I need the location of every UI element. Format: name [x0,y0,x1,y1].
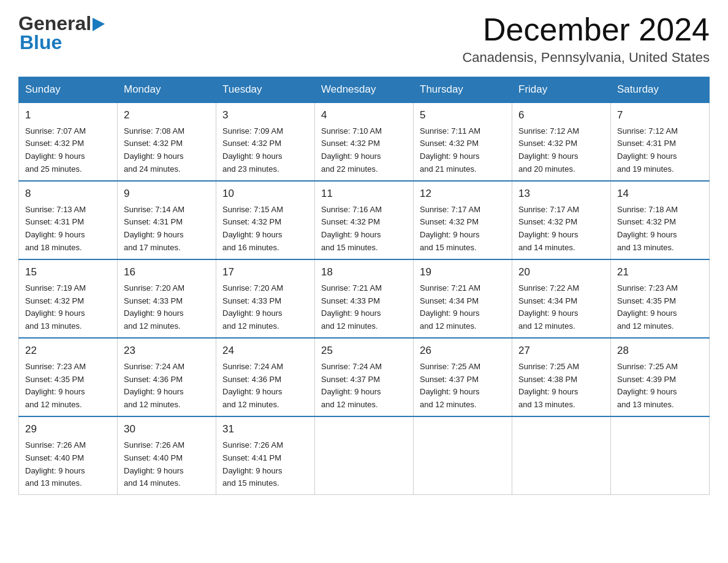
weekday-header-monday: Monday [118,77,216,103]
calendar-day-cell: 28 Sunrise: 7:25 AMSunset: 4:39 PMDaylig… [611,338,710,416]
day-info: Sunrise: 7:23 AMSunset: 4:35 PMDaylight:… [25,362,86,410]
day-info: Sunrise: 7:17 AMSunset: 4:32 PMDaylight:… [420,205,480,253]
day-number: 29 [25,421,111,437]
day-number: 10 [222,186,308,202]
calendar-day-cell: 24 Sunrise: 7:24 AMSunset: 4:36 PMDaylig… [216,338,315,416]
day-info: Sunrise: 7:15 AMSunset: 4:32 PMDaylight:… [222,205,283,253]
day-number: 20 [518,264,604,280]
day-info: Sunrise: 7:16 AMSunset: 4:32 PMDaylight:… [321,205,382,253]
day-number: 26 [420,343,506,359]
logo-triangle-icon [93,18,105,31]
day-info: Sunrise: 7:25 AMSunset: 4:39 PMDaylight:… [617,362,678,410]
calendar-day-cell: 29 Sunrise: 7:26 AMSunset: 4:40 PMDaylig… [19,416,118,495]
calendar-day-cell: 17 Sunrise: 7:20 AMSunset: 4:33 PMDaylig… [216,259,315,338]
day-number: 22 [25,343,111,359]
calendar-day-cell [414,416,512,495]
calendar-day-cell: 23 Sunrise: 7:24 AMSunset: 4:36 PMDaylig… [118,338,216,416]
location-title: Canadensis, Pennsylvania, United States [462,50,710,66]
calendar-day-cell: 16 Sunrise: 7:20 AMSunset: 4:33 PMDaylig… [118,259,216,338]
calendar-day-cell: 6 Sunrise: 7:12 AMSunset: 4:32 PMDayligh… [512,102,611,181]
day-info: Sunrise: 7:09 AMSunset: 4:32 PMDaylight:… [222,126,283,174]
calendar-day-cell [512,416,611,495]
day-number: 25 [321,343,407,359]
day-info: Sunrise: 7:19 AMSunset: 4:32 PMDaylight:… [25,283,86,331]
day-info: Sunrise: 7:22 AMSunset: 4:34 PMDaylight:… [518,283,579,331]
day-info: Sunrise: 7:10 AMSunset: 4:32 PMDaylight:… [321,126,382,174]
day-info: Sunrise: 7:08 AMSunset: 4:32 PMDaylight:… [124,126,184,174]
day-number: 4 [321,107,407,123]
calendar-day-cell: 3 Sunrise: 7:09 AMSunset: 4:32 PMDayligh… [216,102,315,181]
day-info: Sunrise: 7:23 AMSunset: 4:35 PMDaylight:… [617,283,678,331]
calendar-day-cell: 27 Sunrise: 7:25 AMSunset: 4:38 PMDaylig… [512,338,611,416]
day-info: Sunrise: 7:13 AMSunset: 4:31 PMDaylight:… [25,205,86,253]
calendar-table: SundayMondayTuesdayWednesdayThursdayFrid… [18,77,710,495]
weekday-header-tuesday: Tuesday [216,77,315,103]
title-area: December 2024 Canadensis, Pennsylvania, … [462,12,710,66]
calendar-day-cell: 10 Sunrise: 7:15 AMSunset: 4:32 PMDaylig… [216,181,315,259]
day-info: Sunrise: 7:21 AMSunset: 4:34 PMDaylight:… [420,283,480,331]
calendar-day-cell: 18 Sunrise: 7:21 AMSunset: 4:33 PMDaylig… [315,259,414,338]
day-number: 3 [222,107,308,123]
calendar-day-cell: 26 Sunrise: 7:25 AMSunset: 4:37 PMDaylig… [414,338,512,416]
day-info: Sunrise: 7:24 AMSunset: 4:37 PMDaylight:… [321,362,382,410]
day-number: 16 [124,264,210,280]
calendar-week-row: 8 Sunrise: 7:13 AMSunset: 4:31 PMDayligh… [19,181,710,259]
day-info: Sunrise: 7:20 AMSunset: 4:33 PMDaylight:… [124,283,184,331]
calendar-day-cell: 31 Sunrise: 7:26 AMSunset: 4:41 PMDaylig… [216,416,315,495]
weekday-header-saturday: Saturday [611,77,710,103]
svg-marker-0 [93,18,105,31]
day-number: 18 [321,264,407,280]
logo-blue: Blue [18,31,62,54]
calendar-week-row: 15 Sunrise: 7:19 AMSunset: 4:32 PMDaylig… [19,259,710,338]
day-number: 28 [617,343,703,359]
calendar-day-cell: 14 Sunrise: 7:18 AMSunset: 4:32 PMDaylig… [611,181,710,259]
day-number: 13 [518,186,604,202]
day-number: 11 [321,186,407,202]
calendar-day-cell: 20 Sunrise: 7:22 AMSunset: 4:34 PMDaylig… [512,259,611,338]
calendar-day-cell: 8 Sunrise: 7:13 AMSunset: 4:31 PMDayligh… [19,181,118,259]
calendar-week-row: 1 Sunrise: 7:07 AMSunset: 4:32 PMDayligh… [19,102,710,181]
calendar-day-cell: 13 Sunrise: 7:17 AMSunset: 4:32 PMDaylig… [512,181,611,259]
day-number: 23 [124,343,210,359]
weekday-header-row: SundayMondayTuesdayWednesdayThursdayFrid… [19,77,710,103]
calendar-day-cell: 2 Sunrise: 7:08 AMSunset: 4:32 PMDayligh… [118,102,216,181]
calendar-day-cell: 15 Sunrise: 7:19 AMSunset: 4:32 PMDaylig… [19,259,118,338]
weekday-header-wednesday: Wednesday [315,77,414,103]
day-number: 17 [222,264,308,280]
day-number: 7 [617,107,703,123]
month-title: December 2024 [462,12,710,47]
calendar-day-cell: 11 Sunrise: 7:16 AMSunset: 4:32 PMDaylig… [315,181,414,259]
day-number: 24 [222,343,308,359]
day-number: 27 [518,343,604,359]
calendar-day-cell [315,416,414,495]
calendar-day-cell: 30 Sunrise: 7:26 AMSunset: 4:40 PMDaylig… [118,416,216,495]
day-number: 5 [420,107,506,123]
day-number: 14 [617,186,703,202]
day-info: Sunrise: 7:12 AMSunset: 4:32 PMDaylight:… [518,126,579,174]
day-info: Sunrise: 7:07 AMSunset: 4:32 PMDaylight:… [25,126,86,174]
day-number: 8 [25,186,111,202]
calendar-day-cell: 5 Sunrise: 7:11 AMSunset: 4:32 PMDayligh… [414,102,512,181]
calendar-day-cell: 21 Sunrise: 7:23 AMSunset: 4:35 PMDaylig… [611,259,710,338]
day-number: 2 [124,107,210,123]
calendar-day-cell: 7 Sunrise: 7:12 AMSunset: 4:31 PMDayligh… [611,102,710,181]
day-info: Sunrise: 7:11 AMSunset: 4:32 PMDaylight:… [420,126,480,174]
calendar-week-row: 22 Sunrise: 7:23 AMSunset: 4:35 PMDaylig… [19,338,710,416]
day-info: Sunrise: 7:20 AMSunset: 4:33 PMDaylight:… [222,283,283,331]
weekday-header-sunday: Sunday [19,77,118,103]
calendar-day-cell: 22 Sunrise: 7:23 AMSunset: 4:35 PMDaylig… [19,338,118,416]
day-number: 19 [420,264,506,280]
day-number: 6 [518,107,604,123]
day-number: 9 [124,186,210,202]
calendar-day-cell: 4 Sunrise: 7:10 AMSunset: 4:32 PMDayligh… [315,102,414,181]
calendar-day-cell: 1 Sunrise: 7:07 AMSunset: 4:32 PMDayligh… [19,102,118,181]
day-info: Sunrise: 7:26 AMSunset: 4:40 PMDaylight:… [25,440,86,488]
day-info: Sunrise: 7:17 AMSunset: 4:32 PMDaylight:… [518,205,579,253]
calendar-week-row: 29 Sunrise: 7:26 AMSunset: 4:40 PMDaylig… [19,416,710,495]
logo: General Blue [18,12,105,54]
page-header: General Blue December 2024 Canadensis, P… [18,12,710,66]
weekday-header-thursday: Thursday [414,77,512,103]
day-info: Sunrise: 7:25 AMSunset: 4:37 PMDaylight:… [420,362,480,410]
day-info: Sunrise: 7:26 AMSunset: 4:40 PMDaylight:… [124,440,184,488]
day-info: Sunrise: 7:24 AMSunset: 4:36 PMDaylight:… [124,362,184,410]
